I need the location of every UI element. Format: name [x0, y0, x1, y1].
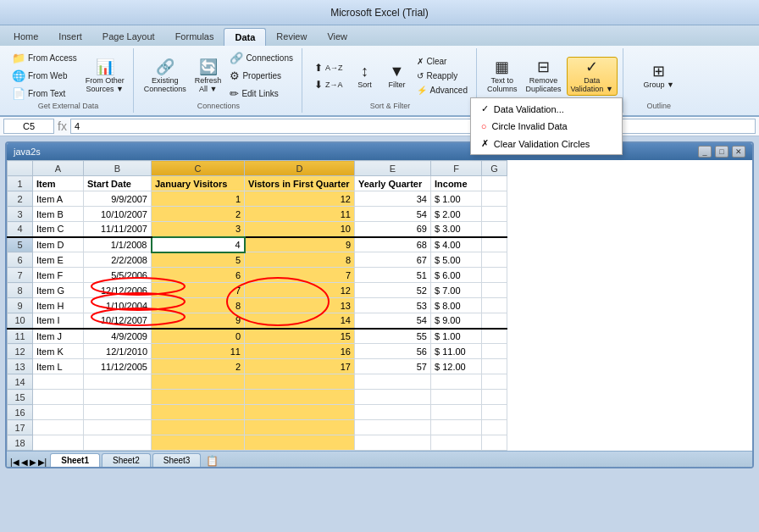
- sort-za-button[interactable]: ⬇ Z→A: [311, 77, 346, 92]
- cell-a12[interactable]: Item K: [33, 344, 84, 359]
- cell-c18[interactable]: [152, 435, 245, 451]
- cell-e18[interactable]: [355, 435, 431, 451]
- cell-e6[interactable]: 67: [355, 252, 431, 268]
- cell-f15[interactable]: [431, 390, 482, 405]
- filter-button[interactable]: ▼ Filter: [381, 62, 412, 91]
- group-button[interactable]: ⊞ Group ▼: [640, 62, 678, 91]
- cell-e13[interactable]: 57: [355, 359, 431, 374]
- cell-c17[interactable]: [152, 420, 245, 435]
- cell-f5[interactable]: $ 4.00: [431, 237, 482, 252]
- cell-c14[interactable]: [152, 374, 245, 390]
- cell-b15[interactable]: [84, 390, 152, 405]
- connections-button[interactable]: 🔗 Connections: [226, 50, 296, 66]
- refresh-all-button[interactable]: 🔄 RefreshAll ▼: [191, 58, 225, 95]
- cell-f2[interactable]: $ 1.00: [431, 191, 482, 207]
- cell-b9[interactable]: 1/10/2004: [84, 298, 152, 313]
- sheet-tab-3[interactable]: Sheet3: [152, 453, 202, 467]
- cell-c16[interactable]: [152, 405, 245, 420]
- cell-d12[interactable]: 16: [245, 344, 355, 359]
- sort-az-button[interactable]: ⬆ A→Z: [311, 60, 346, 75]
- cell-f14[interactable]: [431, 374, 482, 390]
- cell-d1[interactable]: Vistors in First Quarter: [245, 176, 355, 191]
- cell-g17[interactable]: [482, 420, 507, 435]
- col-header-d[interactable]: D: [245, 161, 355, 176]
- cell-g4[interactable]: [482, 222, 507, 237]
- sheet-tab-1[interactable]: Sheet1: [50, 453, 100, 467]
- cell-g2[interactable]: [482, 191, 507, 207]
- dropdown-clear-circles[interactable]: ✗ Clear Validation Circles: [471, 135, 622, 152]
- tab-nav-last[interactable]: ▶|: [38, 457, 47, 467]
- cell-d13[interactable]: 17: [245, 359, 355, 374]
- cell-a10[interactable]: Item I: [33, 313, 84, 329]
- clear-button[interactable]: ✗ Clear: [413, 55, 470, 68]
- cell-c6[interactable]: 5: [152, 252, 245, 268]
- cell-e17[interactable]: [355, 420, 431, 435]
- advanced-button[interactable]: ⚡ Advanced: [413, 84, 470, 97]
- cell-e10[interactable]: 54: [355, 313, 431, 329]
- col-header-a[interactable]: A: [33, 161, 84, 176]
- cell-b4[interactable]: 11/11/2007: [84, 222, 152, 237]
- close-button[interactable]: ✕: [732, 146, 745, 158]
- from-other-sources-button[interactable]: 📊 From OtherSources ▼: [82, 58, 128, 95]
- cell-b14[interactable]: [84, 374, 152, 390]
- cell-g12[interactable]: [482, 344, 507, 359]
- cell-d11[interactable]: 15: [245, 329, 355, 344]
- cell-c4[interactable]: 3: [152, 222, 245, 237]
- col-header-f[interactable]: F: [431, 161, 482, 176]
- cell-a6[interactable]: Item E: [33, 252, 84, 268]
- minimize-button[interactable]: _: [698, 146, 712, 158]
- cell-f12[interactable]: $ 11.00: [431, 344, 482, 359]
- edit-links-button[interactable]: ✏ Edit Links: [226, 86, 296, 102]
- cell-f11[interactable]: $ 1.00: [431, 329, 482, 344]
- cell-a9[interactable]: Item H: [33, 298, 84, 313]
- cell-e7[interactable]: 51: [355, 268, 431, 283]
- properties-button[interactable]: ⚙ Properties: [226, 68, 296, 84]
- cell-c15[interactable]: [152, 390, 245, 405]
- tab-view[interactable]: View: [317, 28, 357, 46]
- tab-data[interactable]: Data: [224, 28, 266, 46]
- cell-c8[interactable]: 7: [152, 283, 245, 298]
- cell-d2[interactable]: 12: [245, 191, 355, 207]
- cell-a18[interactable]: [33, 435, 84, 451]
- cell-b17[interactable]: [84, 420, 152, 435]
- cell-g13[interactable]: [482, 359, 507, 374]
- cell-c5[interactable]: 4: [152, 237, 245, 252]
- cell-c13[interactable]: 2: [152, 359, 245, 374]
- cell-e14[interactable]: [355, 374, 431, 390]
- cell-e9[interactable]: 53: [355, 298, 431, 313]
- remove-duplicates-button[interactable]: ⊟ RemoveDuplicates: [522, 58, 564, 95]
- cell-d6[interactable]: 8: [245, 252, 355, 268]
- cell-e12[interactable]: 56: [355, 344, 431, 359]
- cell-a4[interactable]: Item C: [33, 222, 84, 237]
- cell-g5[interactable]: [482, 237, 507, 252]
- cell-g15[interactable]: [482, 390, 507, 405]
- cell-b5[interactable]: 1/1/2008: [84, 237, 152, 252]
- cell-g9[interactable]: [482, 298, 507, 313]
- tab-nav-first[interactable]: |◀: [10, 457, 19, 467]
- text-to-columns-button[interactable]: ▦ Text toColumns: [484, 58, 521, 95]
- cell-a17[interactable]: [33, 420, 84, 435]
- data-validation-button[interactable]: ✓ DataValidation ▼: [567, 57, 618, 96]
- cell-d4[interactable]: 10: [245, 222, 355, 237]
- cell-b2[interactable]: 9/9/2007: [84, 191, 152, 207]
- cell-e4[interactable]: 69: [355, 222, 431, 237]
- tab-review[interactable]: Review: [266, 28, 317, 46]
- cell-c1[interactable]: January Visitors: [152, 176, 245, 191]
- sort-button[interactable]: ↕ Sort: [349, 62, 380, 91]
- cell-a2[interactable]: Item A: [33, 191, 84, 207]
- cell-b8[interactable]: 12/12/2006: [84, 283, 152, 298]
- formula-input[interactable]: 4: [70, 119, 756, 134]
- cell-f4[interactable]: $ 3.00: [431, 222, 482, 237]
- cell-g6[interactable]: [482, 252, 507, 268]
- name-box[interactable]: C5: [3, 119, 54, 134]
- cell-f17[interactable]: [431, 420, 482, 435]
- sheet-tab-2[interactable]: Sheet2: [102, 453, 151, 467]
- col-header-e[interactable]: E: [355, 161, 431, 176]
- cell-e3[interactable]: 54: [355, 207, 431, 222]
- cell-g10[interactable]: [482, 313, 507, 329]
- cell-f7[interactable]: $ 6.00: [431, 268, 482, 283]
- cell-c2[interactable]: 1: [152, 191, 245, 207]
- from-access-button[interactable]: 📁 From Access: [8, 50, 80, 66]
- cell-b18[interactable]: [84, 435, 152, 451]
- col-header-b[interactable]: B: [84, 161, 152, 176]
